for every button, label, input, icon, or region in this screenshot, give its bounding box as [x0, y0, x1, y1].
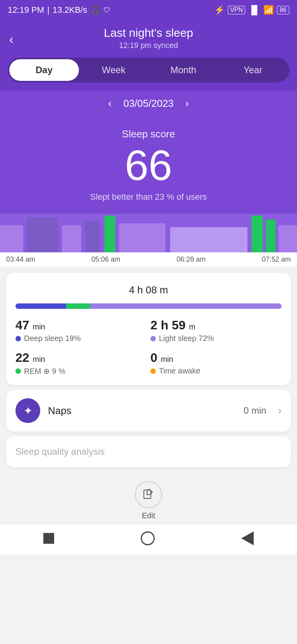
date-next-button[interactable]: › — [185, 97, 189, 110]
status-time: 12:19 PM — [8, 5, 44, 15]
dot-deep — [15, 336, 21, 341]
sleep-chart — [0, 214, 297, 252]
sleep-score-label: Sleep score — [0, 128, 297, 140]
tab-bar: Day Week Month Year — [0, 58, 297, 90]
header-title: Last night's sleep — [0, 26, 297, 39]
nav-back-button[interactable] — [241, 531, 254, 545]
nav-square-button[interactable] — [43, 533, 54, 544]
stat-rem-label: REM ⊕ 9 % — [15, 367, 147, 376]
svg-rect-5 — [104, 216, 115, 252]
svg-rect-7 — [170, 227, 248, 252]
bottom-edit-section: Edit — [0, 473, 297, 524]
progress-deep — [15, 303, 66, 309]
vpn-badge: VPN — [228, 6, 245, 14]
signal-icon: ▐▌ — [248, 5, 260, 15]
naps-star-icon: ✦ — [24, 404, 32, 417]
date-nav: ‹ 03/05/2023 › — [0, 90, 297, 116]
battery-icon: 86 — [277, 6, 289, 14]
sleep-stats-grid: 47 min Deep sleep 19% 2 h 59 m Light sle… — [15, 318, 282, 376]
nav-circle-button[interactable] — [141, 531, 155, 545]
date-prev-button[interactable]: ‹ — [108, 97, 112, 110]
edit-label: Edit — [0, 511, 297, 520]
sleep-score-description: Slept better than 23 % of users — [0, 192, 297, 206]
sleep-score-value: 66 — [0, 144, 297, 187]
stat-deep-value: 47 min — [15, 318, 147, 332]
status-right: ⚡ VPN ▐▌ 📶 86 — [214, 5, 289, 15]
tab-year[interactable]: Year — [218, 59, 288, 81]
stat-deep-label: Deep sleep 19% — [15, 334, 147, 343]
stat-light-sleep: 2 h 59 m Light sleep 72% — [150, 318, 282, 343]
dot-light — [150, 336, 156, 341]
time-label-1: 03:44 am — [6, 255, 35, 264]
status-speed: 13.2KB/s — [53, 5, 87, 15]
nav-bar — [0, 524, 297, 555]
edit-button[interactable] — [135, 481, 162, 508]
sleep-stats-card: 4 h 08 m 47 min Deep sleep 19% 2 h 59 m … — [6, 273, 291, 385]
total-sleep: 4 h 08 m — [15, 282, 282, 296]
back-button[interactable]: ‹ — [9, 32, 14, 46]
time-label-2: 05:06 am — [91, 255, 120, 264]
svg-rect-1 — [0, 225, 23, 252]
tab-week[interactable]: Week — [79, 59, 148, 81]
headphone-icon: 🎧 — [90, 5, 101, 15]
tab-month[interactable]: Month — [148, 59, 218, 81]
date-label: 03/05/2023 — [123, 98, 174, 110]
status-bar: 12:19 PM | 13.2KB/s 🎧 🛡 ⚡ VPN ▐▌ 📶 86 — [0, 0, 297, 20]
svg-rect-9 — [266, 219, 276, 252]
naps-value: 0 min — [244, 405, 266, 416]
stat-rem-sleep: 22 min REM ⊕ 9 % — [15, 351, 147, 376]
stat-light-label: Light sleep 72% — [150, 334, 282, 343]
shield-icon: 🛡 — [104, 6, 111, 14]
status-network: | — [47, 5, 50, 15]
time-labels: 03:44 am 05:06 am 06:28 am 07:52 am — [0, 252, 297, 267]
sleep-chart-svg — [0, 214, 297, 252]
stat-awake: 0 min Time awake — [150, 351, 282, 376]
dot-awake — [150, 368, 156, 374]
sleep-score-section: Sleep score 66 Slept better than 23 % of… — [0, 116, 297, 214]
svg-rect-4 — [85, 221, 101, 252]
time-label-4: 07:52 am — [262, 255, 291, 264]
naps-card[interactable]: ✦ Naps 0 min › — [6, 390, 291, 432]
stat-awake-value: 0 min — [150, 351, 282, 365]
naps-arrow-icon: › — [278, 404, 282, 417]
edit-icon — [142, 488, 155, 501]
stat-light-value: 2 h 59 m — [150, 318, 282, 332]
naps-icon: ✦ — [15, 398, 40, 423]
svg-rect-6 — [119, 223, 166, 252]
wifi-icon: 📶 — [263, 5, 274, 15]
progress-light — [90, 303, 282, 309]
svg-rect-3 — [62, 225, 81, 252]
quality-card: Sleep quality analysis — [6, 436, 291, 467]
tab-container: Day Week Month Year — [8, 58, 289, 82]
naps-label: Naps — [48, 405, 236, 417]
svg-rect-10 — [278, 225, 297, 252]
tab-day[interactable]: Day — [9, 59, 79, 81]
svg-rect-8 — [251, 216, 263, 252]
bluetooth-icon: ⚡ — [214, 5, 225, 15]
sleep-progress-bar — [15, 303, 282, 309]
header: ‹ Last night's sleep 12:19 pm synced — [0, 20, 297, 58]
header-subtitle: 12:19 pm synced — [0, 41, 297, 50]
time-label-3: 06:28 am — [177, 255, 206, 264]
svg-rect-2 — [27, 218, 58, 252]
dot-rem — [15, 368, 21, 374]
quality-label: Sleep quality analysis — [15, 446, 282, 457]
stat-deep-sleep: 47 min Deep sleep 19% — [15, 318, 147, 343]
status-left: 12:19 PM | 13.2KB/s 🎧 🛡 — [8, 5, 111, 15]
progress-rem — [66, 303, 90, 309]
stat-rem-value: 22 min — [15, 351, 147, 365]
stat-awake-label: Time awake — [150, 367, 282, 375]
